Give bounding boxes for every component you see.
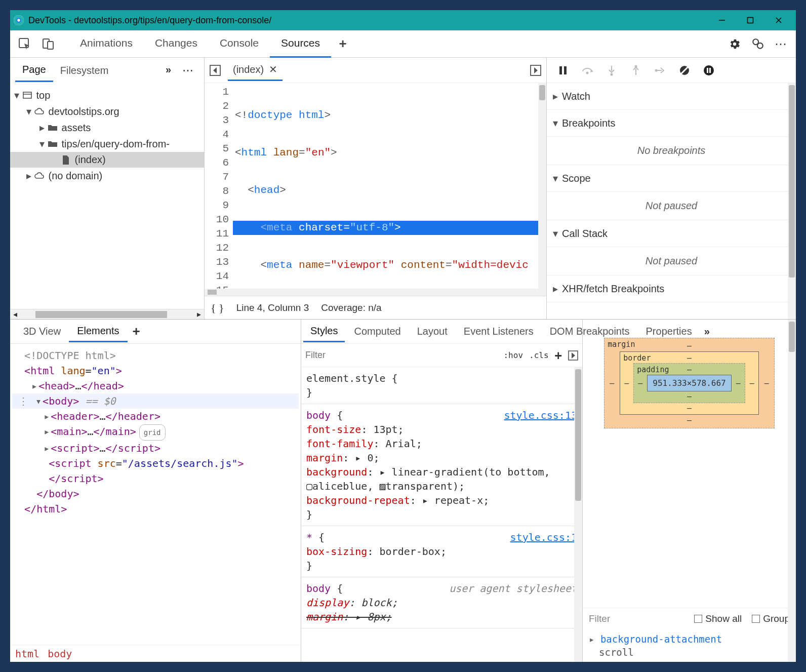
svg-rect-16 bbox=[559, 66, 562, 74]
styles-list[interactable]: element.style { } style.css:13 body { fo… bbox=[301, 367, 582, 662]
link-stylecss-13[interactable]: style.css:13 bbox=[504, 408, 578, 422]
styles-scrollbar[interactable] bbox=[574, 367, 582, 662]
hov-toggle[interactable]: :hov bbox=[503, 350, 523, 360]
tab-3dview[interactable]: 3D View bbox=[15, 322, 69, 341]
tree-top[interactable]: ▾ top bbox=[10, 87, 204, 103]
rule-element-style: element.style { } bbox=[301, 367, 582, 404]
settings-button[interactable] bbox=[725, 34, 744, 54]
editor-hscrollbar[interactable] bbox=[205, 289, 538, 296]
step-into-button[interactable] bbox=[604, 63, 619, 77]
cursor-position: Line 4, Column 3 bbox=[236, 302, 309, 313]
elements-panel-row: 3D View Elements + <!DOCTYPE html> <html… bbox=[10, 320, 796, 662]
breakpoints-section[interactable]: ▾Breakpoints bbox=[547, 110, 796, 136]
pause-on-exceptions-button[interactable] bbox=[702, 63, 716, 77]
nav-more-tabs-icon[interactable]: » bbox=[166, 64, 171, 77]
close-tab-icon[interactable]: ✕ bbox=[269, 63, 277, 75]
code-lines: <!doctype html> <html lang="en"> <head> … bbox=[233, 83, 546, 296]
svg-rect-17 bbox=[564, 66, 567, 74]
close-button[interactable] bbox=[764, 10, 793, 30]
editor-tab-index[interactable]: (index)✕ bbox=[228, 59, 283, 81]
box-model[interactable]: margin – – – – border – – – – padding bbox=[583, 320, 796, 608]
add-drawer-tab-button[interactable]: + bbox=[133, 324, 140, 339]
grid-badge[interactable]: grid bbox=[139, 424, 166, 441]
step-out-button[interactable] bbox=[629, 63, 643, 77]
nav-tab-filesystem[interactable]: Filesystem bbox=[53, 60, 116, 82]
debugger-panel: ▸Watch ▾BreakpointsNo breakpoints ▾Scope… bbox=[547, 58, 796, 319]
tab-computed[interactable]: Computed bbox=[347, 322, 408, 341]
computed-filter-bar: Filter Show all Group bbox=[583, 608, 796, 629]
cloud-icon bbox=[33, 107, 46, 115]
show-debugger-icon[interactable] bbox=[530, 65, 541, 76]
line-gutter: 123456789101112131415 bbox=[205, 83, 233, 296]
svg-point-11 bbox=[757, 43, 763, 48]
debug-scrollbar[interactable] bbox=[788, 83, 796, 319]
styles-tabs: Styles Computed Layout Event Listeners D… bbox=[301, 320, 582, 344]
tab-sources[interactable]: Sources bbox=[270, 30, 331, 58]
devtools-icon bbox=[13, 15, 24, 26]
styles-filter-input[interactable] bbox=[305, 350, 497, 361]
box-content: 951.333×578.667 bbox=[647, 375, 732, 391]
nav-tab-page[interactable]: Page bbox=[15, 59, 53, 82]
editor-scrollbar[interactable] bbox=[538, 83, 546, 296]
breadcrumb-html[interactable]: html bbox=[15, 648, 39, 660]
tree-domain[interactable]: ▾ devtoolstips.org bbox=[10, 103, 204, 120]
tab-layout[interactable]: Layout bbox=[410, 322, 455, 341]
svg-rect-28 bbox=[707, 68, 708, 73]
sources-main-row: Page Filesystem » ⋯ ▾ top ▾ devtoolstips… bbox=[10, 58, 796, 320]
scope-empty: Not paused bbox=[547, 191, 796, 220]
minimize-button[interactable] bbox=[708, 10, 736, 30]
tab-eventlisteners[interactable]: Event Listeners bbox=[457, 322, 541, 341]
toggle-computed-icon[interactable] bbox=[568, 350, 578, 361]
feedback-button[interactable] bbox=[748, 34, 768, 54]
svg-rect-9 bbox=[48, 42, 53, 49]
dom-panel: 3D View Elements + <!DOCTYPE html> <html… bbox=[10, 320, 301, 662]
tab-console[interactable]: Console bbox=[209, 30, 270, 58]
editor-statusbar: { } Line 4, Column 3 Coverage: n/a bbox=[205, 296, 546, 319]
computed-filter-input[interactable]: Filter bbox=[589, 613, 610, 624]
tab-animations[interactable]: Animations bbox=[69, 30, 144, 58]
window-title: DevTools - devtoolstips.org/tips/en/quer… bbox=[28, 15, 271, 26]
code-editor[interactable]: 123456789101112131415 <!doctype html> <h… bbox=[205, 83, 546, 296]
pretty-print-icon[interactable]: { } bbox=[211, 301, 224, 314]
ua-label: user agent stylesheet bbox=[449, 581, 577, 596]
callstack-section[interactable]: ▾Call Stack bbox=[547, 220, 796, 247]
device-toggle-button[interactable] bbox=[38, 34, 58, 54]
tree-index[interactable]: (index) bbox=[10, 152, 204, 168]
new-style-button[interactable]: + bbox=[555, 348, 562, 363]
deactivate-breakpoints-button[interactable] bbox=[677, 63, 692, 77]
editor-header: (index)✕ bbox=[205, 58, 546, 83]
svg-rect-12 bbox=[23, 92, 31, 98]
step-over-button[interactable] bbox=[580, 63, 594, 77]
link-stylecss-1[interactable]: style.css:1 bbox=[510, 530, 577, 544]
xhr-section[interactable]: ▸XHR/fetch Breakpoints bbox=[547, 275, 796, 302]
file-tree: ▾ top ▾ devtoolstips.org ▸ assets ▾ tips… bbox=[10, 83, 204, 309]
step-button[interactable] bbox=[653, 63, 667, 77]
breadcrumb-body[interactable]: body bbox=[48, 648, 72, 660]
more-menu-button[interactable]: ⋯ bbox=[772, 34, 791, 54]
cls-toggle[interactable]: .cls bbox=[529, 350, 549, 360]
computed-scrollbar[interactable] bbox=[788, 320, 796, 662]
svg-point-24 bbox=[655, 69, 658, 71]
dom-tree[interactable]: <!DOCTYPE html> <html lang="en"> ▸<head>… bbox=[10, 344, 301, 645]
scope-section[interactable]: ▾Scope bbox=[547, 165, 796, 191]
show-navigator-icon[interactable] bbox=[210, 65, 221, 76]
watch-section[interactable]: ▸Watch bbox=[547, 83, 796, 109]
tree-path[interactable]: ▾ tips/en/query-dom-from- bbox=[10, 136, 204, 152]
navigator-tabs: Page Filesystem » ⋯ bbox=[10, 58, 204, 83]
pause-button[interactable] bbox=[556, 63, 570, 77]
styles-filter-bar: :hov .cls + bbox=[301, 344, 582, 367]
inspect-element-button[interactable] bbox=[15, 34, 34, 54]
nav-menu-icon[interactable]: ⋯ bbox=[182, 64, 195, 77]
computed-props[interactable]: ▸ background-attachment scroll bbox=[583, 629, 796, 662]
navigator-scrollbar[interactable]: ◂▸ bbox=[10, 309, 204, 319]
tree-assets[interactable]: ▸ assets bbox=[10, 120, 204, 136]
rule-body: style.css:13 body { font-size: 13pt; fon… bbox=[301, 404, 582, 526]
maximize-button[interactable] bbox=[736, 10, 764, 30]
tab-changes[interactable]: Changes bbox=[144, 30, 209, 58]
showall-checkbox[interactable]: Show all bbox=[694, 613, 742, 624]
group-checkbox[interactable]: Group bbox=[752, 613, 790, 624]
tab-elements[interactable]: Elements bbox=[69, 321, 127, 342]
add-tab-button[interactable]: + bbox=[333, 34, 352, 54]
tab-styles[interactable]: Styles bbox=[303, 321, 345, 342]
tree-nodomain[interactable]: ▸ (no domain) bbox=[10, 168, 204, 184]
